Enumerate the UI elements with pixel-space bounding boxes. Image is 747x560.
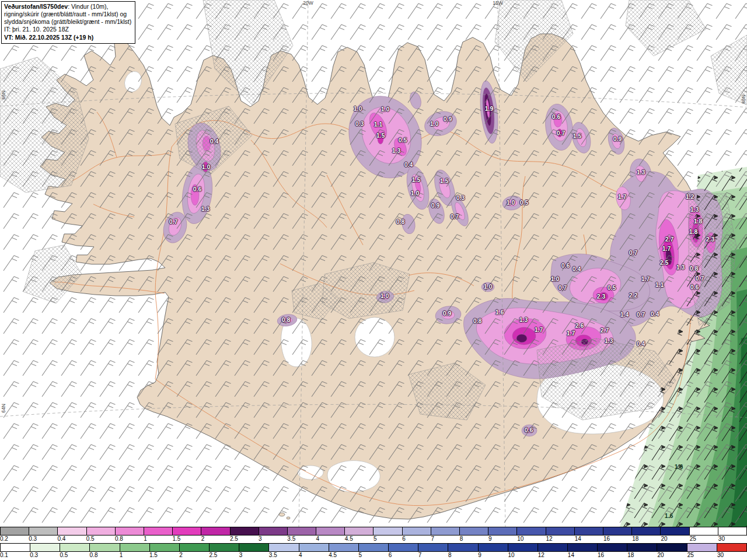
colorbar-value: 14	[575, 536, 603, 543]
colorbar-cell	[627, 544, 657, 551]
colorbar-cell	[288, 527, 316, 535]
colorbar-cell	[231, 527, 259, 535]
colorbar-cell	[120, 544, 150, 551]
colorbar-cell	[517, 527, 546, 535]
colorbar-value: 9	[488, 536, 517, 543]
colorbar-cell	[144, 527, 173, 535]
colorbar-rain: 0.10.30.50.811.522.533.544.5567891012141…	[0, 543, 747, 559]
colorbar-cell	[657, 544, 687, 551]
colorbar-value: 18	[627, 552, 657, 559]
weather-map: 0.41.00.61.30.71.00.31.01.11.50.51.31.00…	[0, 0, 747, 527]
colorbar-cell	[598, 544, 627, 551]
colorbar-value: 1	[144, 536, 172, 543]
colorbar-value: 30	[717, 552, 747, 559]
colorbar-cell	[538, 544, 568, 551]
colorbar-value: 7	[418, 552, 448, 559]
legend-line-1: Veðurstofan/IS750dev: Vindur (10m),	[4, 3, 131, 10]
colorbar-cell	[1, 544, 30, 551]
colorbar-value: 0.4	[57, 536, 86, 543]
colorbar-cell	[403, 527, 431, 535]
colorbar-cell	[150, 544, 180, 551]
colorbar-value: 1.5	[149, 552, 179, 559]
colorbar-value: 0.3	[29, 536, 57, 543]
colorbar-value: 30	[718, 536, 747, 543]
colorbar-cell	[58, 527, 86, 535]
colorbar-value: 20	[661, 536, 689, 543]
colorbar-value: 4	[299, 552, 329, 559]
colorbar-value: 0.1	[0, 552, 30, 559]
colorbar-cell	[116, 527, 144, 535]
colorbar-value: 2.5	[230, 536, 259, 543]
colorbar-cell	[717, 544, 746, 551]
colorbar-value: 18	[632, 536, 661, 543]
legend-valid-time: VT: Mið. 22.10.2025 13Z (+19 h)	[4, 34, 131, 41]
colorbar-value: 4	[316, 536, 345, 543]
colorbar-cell	[690, 527, 718, 535]
colorbar-cell	[173, 527, 201, 535]
colorbar-value: 9	[478, 552, 508, 559]
product-title: Veðurstofan/IS750dev	[4, 3, 68, 10]
colorbar-cell	[448, 544, 478, 551]
colorbar-cell	[259, 527, 288, 535]
colorbar-value: 8	[448, 552, 478, 559]
colorbar-value: 0.8	[90, 552, 120, 559]
colorbar-cell	[90, 544, 120, 551]
legend-line-3: slydda/snjókoma (grátt/bleikt/grænt - mm…	[4, 18, 131, 26]
colorbar-value: 6	[402, 536, 431, 543]
colorbar-value: 3.5	[269, 552, 299, 559]
colorbar-sleet-snow: 0.20.30.40.50.811.522.533.544.5567891012…	[0, 527, 747, 543]
colorbar-value: 16	[598, 552, 627, 559]
colorbar-cell	[389, 544, 418, 551]
colorbar-cell	[359, 544, 389, 551]
colorbar-cell	[568, 544, 598, 551]
colorbar-value: 5	[374, 536, 402, 543]
colorbar-cell	[488, 527, 517, 535]
colorbar-value: 3	[239, 552, 269, 559]
colorbar-value: 16	[603, 536, 632, 543]
colorbar-value: 2	[201, 536, 230, 543]
colorbar-cell	[418, 544, 448, 551]
colorbar-cell	[30, 544, 60, 551]
colorbar-value: 4.5	[345, 536, 374, 543]
colorbar-cell	[316, 527, 345, 535]
colorbar-legend: 0.20.30.40.50.811.522.533.544.5567891012…	[0, 527, 747, 559]
colorbar-value: 12	[546, 536, 574, 543]
colorbar-value: 0.2	[0, 536, 29, 543]
colorbar-value: 0.5	[60, 552, 89, 559]
colorbar-value: 2	[179, 552, 209, 559]
colorbar-value: 20	[657, 552, 687, 559]
legend-box: Veðurstofan/IS750dev: Vindur (10m), rign…	[1, 1, 135, 44]
colorbar-cell	[603, 527, 632, 535]
wind-barbs-field	[0, 0, 747, 527]
colorbar-cell	[87, 527, 116, 535]
product-title-suffix: : Vindur (10m),	[68, 3, 108, 10]
colorbar-value: 5	[358, 552, 388, 559]
colorbar-value: 10	[517, 536, 546, 543]
colorbar-cell	[1, 527, 29, 535]
colorbar-value: 1	[120, 552, 149, 559]
colorbar-cell	[329, 544, 359, 551]
colorbar-value: 25	[690, 536, 718, 543]
colorbar-cell	[299, 544, 329, 551]
colorbar-value: 2.5	[209, 552, 239, 559]
colorbar-value: 10	[508, 552, 537, 559]
colorbar-value: 3.5	[287, 536, 316, 543]
colorbar-cell	[269, 544, 299, 551]
colorbar-cell	[479, 544, 508, 551]
colorbar-value: 4.5	[329, 552, 358, 559]
colorbar-value: 12	[538, 552, 568, 559]
colorbar-cell	[239, 544, 269, 551]
legend-init-time: IT: þri. 21. 10. 2025 18Z	[4, 26, 131, 33]
colorbar-cell	[661, 527, 689, 535]
colorbar-value: 14	[568, 552, 598, 559]
colorbar-cell	[460, 527, 488, 535]
colorbar-value: 1.5	[172, 536, 201, 543]
colorbar-cell	[632, 527, 661, 535]
colorbar-value: 6	[389, 552, 418, 559]
colorbar-value: 25	[687, 552, 717, 559]
colorbar-value: 0.3	[30, 552, 60, 559]
colorbar-value: 8	[460, 536, 488, 543]
colorbar-value: 0.8	[115, 536, 144, 543]
colorbar-cell	[60, 544, 90, 551]
colorbar-value: 3	[259, 536, 287, 543]
